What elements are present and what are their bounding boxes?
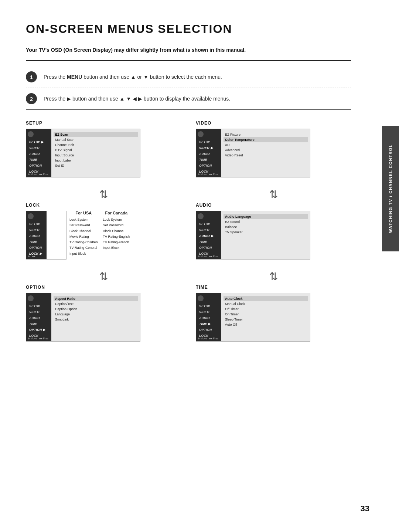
lock-canada-item-6: Input Block (103, 245, 130, 251)
lock-canada-title: For Canada (103, 211, 130, 215)
audio-footer: ⊕ Move■■ Prev (198, 255, 218, 258)
step-1-number: 1 (26, 71, 37, 82)
lock-sidebar-audio: AUDIO (28, 233, 45, 238)
video-sidebar-option: OPTION (198, 163, 220, 168)
option-footer: ⊕ Move■■ Prev (28, 337, 48, 340)
option-item-aspectratio: Aspect Ratio (54, 296, 138, 301)
step-2: 2 Press the ▶ button and then use ▲ ▼ ◀ … (26, 93, 351, 104)
lock-screen-col: SETUP VIDEO AUDIO TIME OPTION LOCK ▶ ⊕■■ (26, 211, 66, 260)
option-item-language: Language (55, 312, 136, 317)
setup-sidebar: SETUP ▶ VIDEO AUDIO TIME OPTION LOCK ⊕ M… (26, 129, 51, 177)
time-item-manualclock: Manual Clock (225, 301, 306, 306)
audio-sort-icon: ⇅ (196, 271, 351, 282)
audio-sidebar-video: VIDEO (198, 227, 220, 233)
video-col: VIDEO SETUP VIDEO ▶ AUDIO TIME OPTION LO… (196, 121, 351, 203)
setup-item-dtvsignal: DTV Signal (55, 148, 136, 153)
lock-usa-items: Lock System Set Password Block Channel M… (69, 217, 98, 257)
audio-sidebar-setup: SETUP (198, 221, 220, 227)
option-item-simplink: SimpLink (55, 317, 136, 322)
video-sidebar: SETUP VIDEO ▶ AUDIO TIME OPTION LOCK ⊕ M… (196, 129, 221, 177)
setup-sidebar-video: VIDEO (28, 145, 50, 150)
lock-canada-item-5: TV Rating-French (103, 240, 130, 245)
time-item-sleeptimer: Sleep Timer (225, 317, 306, 322)
option-sidebar: SETUP VIDEO AUDIO TIME OPTION ▶ LOCK ⊕ M… (26, 293, 51, 341)
audio-item-balance: Balance (225, 224, 306, 230)
lock-footer: ⊕■■ (28, 255, 35, 258)
setup-item-inputsource: Input Source (55, 153, 136, 158)
lock-canada-col: For Canada Lock System Set Password Bloc… (103, 211, 130, 260)
audio-col: AUDIO SETUP VIDEO AUDIO ▶ TIME OPTION LO… (196, 203, 351, 285)
time-screen: SETUP VIDEO AUDIO TIME ▶ OPTION LOCK ⊕ M… (196, 293, 310, 342)
setup-item-manualscan: Manual Scan (55, 137, 136, 142)
time-content: Auto Clock Manual Clock Off Timer On Tim… (221, 293, 310, 341)
time-sidebar-video: VIDEO (198, 309, 220, 315)
top-divider (26, 60, 351, 61)
audio-section: AUDIO SETUP VIDEO AUDIO ▶ TIME OPTION LO… (196, 203, 351, 260)
lock-usa-item-1: Lock System (69, 217, 98, 223)
lock-canada-item-2: Set Password (103, 223, 130, 228)
setup-item-channeledit: Channel Edit (55, 142, 136, 148)
audio-screen: SETUP VIDEO AUDIO ▶ TIME OPTION LOCK ⊕ M… (196, 211, 310, 260)
time-sidebar: SETUP VIDEO AUDIO TIME ▶ OPTION LOCK ⊕ M… (196, 293, 221, 341)
option-screen: SETUP VIDEO AUDIO TIME OPTION ▶ LOCK ⊕ M… (26, 293, 140, 342)
lock-title: LOCK (26, 203, 181, 208)
lock-sidebar-setup: SETUP (28, 221, 45, 227)
time-sidebar-audio: AUDIO (198, 315, 220, 321)
video-footer: ⊕ Move■■ Prev (198, 173, 218, 176)
lock-usa-item-3: Block Channel (69, 228, 98, 234)
lock-layout: SETUP VIDEO AUDIO TIME OPTION LOCK ▶ ⊕■■ (26, 211, 181, 260)
setup-sidebar-audio: AUDIO (28, 151, 50, 156)
audio-sidebar-audio: AUDIO ▶ (198, 233, 220, 238)
audio-sidebar-option: OPTION (198, 245, 220, 250)
audio-content: Audio Language EZ Sound Balance TV Speak… (221, 211, 310, 259)
time-item-autoclock: Auto Clock (224, 296, 308, 301)
video-sidebar-audio: AUDIO (198, 151, 220, 156)
option-section: OPTION SETUP VIDEO AUDIO TIME OPTION ▶ L… (26, 285, 181, 342)
lock-sidebar: SETUP VIDEO AUDIO TIME OPTION LOCK ▶ ⊕■■ (26, 211, 47, 259)
time-item-autooff: Auto Off (225, 322, 306, 327)
setup-screen: SETUP ▶ VIDEO AUDIO TIME OPTION LOCK ⊕ M… (26, 129, 140, 177)
setup-footer: ⊕ Move■■ Prev (28, 173, 48, 176)
lock-sidebar-option: OPTION (28, 245, 45, 250)
step-2-text: Press the ▶ button and then use ▲ ▼ ◀ ▶ … (44, 96, 230, 102)
time-footer: ⊕ Move■■ Prev (198, 337, 218, 340)
side-tab: WATCHING TV / CHANNEL CONTROL (382, 126, 399, 251)
lock-usa-item-6: TV Rating-General (69, 245, 98, 251)
video-item-ezpicture: EZ Picture (225, 132, 306, 137)
option-sidebar-time: TIME (28, 321, 50, 326)
page-number: 33 (361, 504, 369, 514)
option-sidebar-option: OPTION ▶ (28, 327, 50, 332)
setup-sidebar-option: OPTION (28, 163, 50, 168)
subtitle: Your TV's OSD (On Screen Display) may di… (26, 47, 351, 53)
audio-sidebar-time: TIME (198, 239, 220, 244)
video-sidebar-setup: SETUP (198, 139, 220, 145)
video-item-videoreset: Video Reset (225, 153, 306, 158)
setup-content: EZ Scan Manual Scan Channel Edit DTV Sig… (51, 129, 140, 177)
time-sidebar-setup: SETUP (198, 304, 220, 309)
lock-usa-item-5: TV Rating-Children (69, 240, 98, 245)
time-item-offtimer: Off Timer (225, 306, 306, 312)
video-sort-icon: ⇅ (196, 189, 351, 200)
audio-item-audiolang: Audio Language (224, 214, 308, 219)
time-section: TIME SETUP VIDEO AUDIO TIME ▶ OPTION LOC… (196, 285, 351, 342)
menus-grid: SETUP SETUP ▶ VIDEO AUDIO TIME OPTION LO… (26, 121, 351, 352)
time-sidebar-time: TIME ▶ (198, 321, 220, 326)
time-col: TIME SETUP VIDEO AUDIO TIME ▶ OPTION LOC… (196, 285, 351, 352)
lock-usa-item-2: Set Password (69, 223, 98, 228)
time-sidebar-option: OPTION (198, 327, 220, 332)
side-tab-text: WATCHING TV / CHANNEL CONTROL (388, 144, 393, 233)
lock-screen-spacer (47, 211, 54, 259)
video-screen: SETUP VIDEO ▶ AUDIO TIME OPTION LOCK ⊕ M… (196, 129, 310, 177)
video-content: EZ Picture Color Temperature XD Advanced… (221, 129, 310, 177)
lock-screen: SETUP VIDEO AUDIO TIME OPTION LOCK ▶ ⊕■■ (26, 211, 66, 260)
time-item-ontimer: On Timer (225, 312, 306, 317)
step-divider (26, 88, 351, 88)
video-item-colortemp: Color Temperature (224, 137, 308, 142)
lock-sidebar-video: VIDEO (28, 227, 45, 233)
step-1-text: Press the MENU button and then use ▲ or … (44, 74, 222, 80)
lock-usa-title: For USA (69, 211, 98, 215)
video-sidebar-video: VIDEO ▶ (198, 145, 220, 150)
setup-sidebar-setup: SETUP ▶ (28, 139, 50, 145)
lock-usa-item-7: Input Block (69, 251, 98, 257)
audio-item-ezsound: EZ Sound (225, 219, 306, 224)
